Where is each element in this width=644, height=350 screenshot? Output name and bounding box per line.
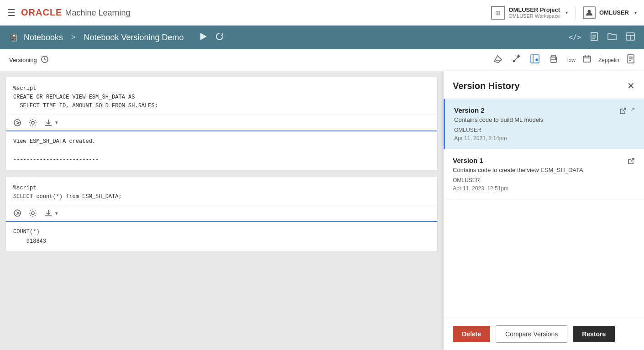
- cell-1-download-button[interactable]: ▾: [44, 119, 58, 127]
- cell-2-run-button[interactable]: [13, 209, 21, 217]
- version-2-header: Version 2 Contains code to build ML mode…: [454, 106, 635, 141]
- run-all-button[interactable]: [199, 32, 208, 43]
- project-name: OMLUSER Project: [508, 6, 560, 13]
- version-1-description: Contains code to create the view ESM_SH_…: [453, 166, 585, 174]
- version-2-number: Version 2: [454, 106, 543, 114]
- notebook-view-icon[interactable]: [530, 54, 540, 66]
- svg-point-13: [513, 61, 514, 62]
- cell-1-actions: ▾: [6, 115, 437, 131]
- folder-icon[interactable]: [607, 32, 617, 43]
- cell-2-actions: ▾: [6, 205, 437, 222]
- svg-rect-28: [628, 55, 628, 63]
- notebook-area: %script CREATE OR REPLACE VIEW ESM_SH_DA…: [0, 71, 443, 350]
- eraser-icon[interactable]: [493, 54, 503, 66]
- layout-icon[interactable]: [626, 32, 635, 43]
- svg-rect-18: [552, 55, 555, 57]
- version-2-actions: ↗: [619, 106, 635, 116]
- version-panel-title: Version History: [453, 81, 520, 91]
- top-navigation: ☰ ORACLE Machine Learning ⊞ OMLUSER Proj…: [0, 0, 644, 26]
- cell-2-output-line-2: 918843: [13, 237, 430, 246]
- cell-1-code[interactable]: %script CREATE OR REPLACE VIEW ESM_SH_DA…: [6, 77, 437, 115]
- version-history-panel: Version History ✕ Version 2 Contains cod…: [443, 71, 644, 350]
- project-icon: ⊞: [491, 6, 505, 20]
- zeppelin-label: Zeppelin: [598, 57, 619, 63]
- version-2-content: Version 2 Contains code to build ML mode…: [454, 106, 543, 141]
- version-1-content: Version 1 Contains code to create the vi…: [453, 157, 585, 192]
- cell-1-output-line-2: [13, 146, 430, 155]
- breadcrumb-separator: >: [71, 33, 75, 42]
- versioning-clock-icon[interactable]: [41, 55, 49, 65]
- restore-version-button[interactable]: Restore: [573, 326, 615, 342]
- version-panel-close-button[interactable]: ✕: [627, 80, 635, 91]
- version-2-user: OMLUSER: [454, 127, 543, 133]
- version-1-date: Apr 11, 2023, 12:51pm: [453, 185, 585, 192]
- close-icon: ✕: [627, 81, 635, 91]
- notebook-cell-1: %script CREATE OR REPLACE VIEW ESM_SH_DA…: [5, 77, 438, 171]
- cell-2-code-line-2: SELECT count(*) from ESM_SH_DATA;: [13, 193, 430, 201]
- svg-point-16: [536, 59, 538, 61]
- project-workspace: OMLUSER Workspace: [508, 13, 560, 19]
- print-icon[interactable]: [549, 54, 558, 66]
- brand-ml-text: Machine Learning: [65, 8, 130, 18]
- version-1-open-link-icon[interactable]: [628, 157, 635, 167]
- version-2-open-link-icon[interactable]: [619, 107, 627, 116]
- svg-rect-17: [551, 60, 556, 63]
- svg-point-30: [31, 121, 34, 124]
- refresh-button[interactable]: [215, 32, 224, 43]
- notebook-cell-2: %script SELECT count(*) from ESM_SH_DATA…: [5, 176, 438, 252]
- cell-1-output-line-1: View ESM_SH_DATA created.: [13, 137, 430, 146]
- version-1-header: Version 1 Contains code to create the vi…: [453, 157, 635, 192]
- cell-2-download-button[interactable]: ▾: [44, 209, 58, 217]
- zeppelin-book-icon[interactable]: [627, 54, 635, 66]
- delete-version-button[interactable]: Delete: [453, 326, 490, 342]
- main-content: %script CREATE OR REPLACE VIEW ESM_SH_DA…: [0, 71, 644, 350]
- project-selector[interactable]: ⊞ OMLUSER Project OMLUSER Workspace ▾: [491, 6, 568, 20]
- compare-versions-button[interactable]: Compare Versions: [496, 325, 567, 343]
- cell-2-code[interactable]: %script SELECT count(*) from ESM_SH_DATA…: [6, 177, 437, 205]
- version-item-1[interactable]: Version 1 Contains code to create the vi…: [444, 149, 644, 199]
- code-view-icon[interactable]: </>: [569, 33, 581, 42]
- cell-2-settings-button[interactable]: [29, 209, 37, 217]
- hamburger-menu[interactable]: ☰: [7, 7, 16, 18]
- low-resource-badge: low: [567, 57, 576, 63]
- cell-1-code-line-3: SELECT TIME_ID, AMOUNT_SOLD FROM SH.SALE…: [13, 102, 430, 110]
- project-chevron-icon: ▾: [565, 10, 568, 15]
- magic-icon[interactable]: [512, 54, 521, 66]
- svg-point-33: [31, 212, 34, 214]
- user-menu[interactable]: OMLUSER ▾: [575, 6, 637, 19]
- cell-1-output-line-3: --------------------------: [13, 155, 430, 164]
- cell-1-run-button[interactable]: [13, 119, 21, 127]
- version-1-number: Version 1: [453, 157, 585, 164]
- svg-rect-14: [531, 55, 539, 63]
- svg-marker-10: [494, 56, 502, 63]
- version-item-2[interactable]: Version 2 Contains code to build ML mode…: [444, 99, 644, 149]
- user-avatar-icon: [583, 6, 596, 19]
- document-icon[interactable]: [590, 32, 598, 43]
- cell-2-code-line-1: %script: [13, 184, 430, 193]
- cell-2-output-line-1: COUNT(*): [13, 227, 430, 236]
- breadcrumb-right: </>: [569, 32, 635, 43]
- toolbar: Versioning low Zeppelin: [0, 49, 644, 71]
- breadcrumb-left: 📓 Notebooks > Notebook Versioning Demo: [9, 32, 224, 43]
- svg-point-19: [555, 58, 556, 59]
- cell-1-settings-button[interactable]: [29, 119, 37, 127]
- toolbar-far-right: low Zeppelin: [567, 54, 635, 66]
- resource-schedule-icon[interactable]: [583, 55, 591, 65]
- version-list: Version 2 Contains code to build ML mode…: [444, 99, 644, 318]
- user-name-label: OMLUSER: [599, 9, 629, 16]
- notebook-breadcrumb-icon: 📓: [9, 33, 18, 42]
- cell-1-output: View ESM_SH_DATA created. --------------…: [6, 131, 437, 170]
- version-panel-header: Version History ✕: [444, 71, 644, 99]
- svg-rect-20: [583, 56, 591, 62]
- version-1-user: OMLUSER: [453, 177, 585, 183]
- notebooks-breadcrumb[interactable]: Notebooks: [24, 33, 63, 42]
- version-2-description: Contains code to build ML models: [454, 116, 543, 124]
- breadcrumb-bar: 📓 Notebooks > Notebook Versioning Demo <…: [0, 26, 644, 49]
- top-nav-right: ⊞ OMLUSER Project OMLUSER Workspace ▾ OM…: [491, 6, 637, 20]
- version-panel-footer: Delete Compare Versions Restore: [444, 318, 644, 350]
- svg-marker-1: [200, 33, 207, 40]
- user-chevron-icon: ▾: [634, 10, 637, 15]
- brand-logo: ORACLE Machine Learning: [21, 7, 131, 18]
- toolbar-left: Versioning: [9, 55, 49, 65]
- notebook-title: Notebook Versioning Demo: [84, 33, 183, 42]
